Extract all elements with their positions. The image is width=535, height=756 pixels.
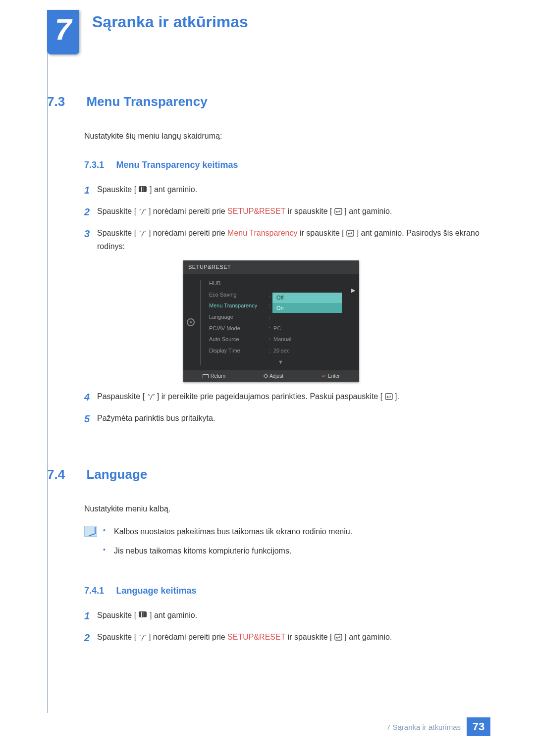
step-text: ir spauskite [ [300,229,344,237]
osd-return-hint: Return [203,372,225,380]
step-3: 3 Spauskite [ ˄/˅ ] norėdami pereiti pri… [84,225,490,253]
osd-row-language: Language: [202,311,359,323]
step-text: Pažymėta parinktis bus pritaikyta. [97,410,490,427]
note-list: Kalbos nuostatos pakeitimas bus taikomas… [103,525,352,563]
subsection-title: Language keitimas [116,586,196,596]
step-text: Paspauskite [ [97,392,145,401]
step-5: 5 Pažymėta parinktis bus pritaikyta. [84,410,490,427]
page: 7 Sąranka ir atkūrimas 7.3 Menu Transpar… [0,0,535,756]
osd-enter-hint: ↵Enter [322,372,340,380]
step-1: 1 Spauskite [ ] ant gaminio. [84,182,490,199]
subsection-number: 7.4.1 [84,583,114,599]
step-text: ir spauskite [ [288,207,332,215]
step-number: 3 [84,225,97,253]
osd-guide-line [200,280,201,366]
osd-menu-list: ▶ HUB Eco Saving:Off Menu Transparency: [198,274,359,371]
osd-option-off: Off [272,293,342,303]
menu-icon [139,611,148,618]
osd-value: PC [273,324,281,333]
osd-adjust-hint: Adjust [264,372,283,380]
osd-label: Eco Saving [209,290,268,300]
step-text: ] ant gaminio. [150,185,197,194]
footer-text: 7 Sąranka ir atkūrimas [386,723,461,731]
step-text: ] ant gaminio. [344,207,392,215]
step-2: 2 Spauskite [ ˄/˅ ] norėdami pereiti pri… [84,203,490,220]
osd-label: Display Time [209,346,268,355]
step-number: 4 [84,389,97,405]
step-text: Spauskite [ [97,207,136,215]
arrow-down-icon: ▼ [202,357,359,367]
step-number: 2 [84,203,97,220]
highlight-text: Menu Transparency [227,229,297,237]
step-number: 1 [84,182,97,199]
section-title: Menu Transparency [86,94,207,109]
section-intro: Nustatykite šių meniu langų skaidrumą: [84,129,490,143]
adjust-icon [264,374,268,379]
osd-screenshot: SETUP&RESET ▶ HUB Eco Saving:Off [183,260,359,382]
osd-dropdown: Off On [272,293,342,313]
step-number: 5 [84,410,97,427]
note-block: Kalbos nuostatos pakeitimas bus taikomas… [84,525,490,563]
osd-value: Manual [273,335,291,344]
enter-icon [334,631,342,638]
subsection-7-3-1-heading: 7.3.1 Menu Transparency keitimas [84,157,490,173]
step-number: 1 [84,607,97,624]
highlight-text: SETUP&RESET [227,207,285,215]
osd-label: HUB [209,279,268,288]
page-footer: 7 Sąranka ir atkūrimas 73 [386,717,490,736]
step-text: Spauskite [ [97,611,136,619]
section-intro: Nustatykite meniu kalbą. [84,502,490,515]
osd-label: Language [209,312,268,322]
svg-rect-0 [335,208,342,214]
step-text: ] norėdami pereiti prie [149,229,227,237]
enter-icon: ↵ [322,372,326,380]
osd-row-pcav: PC/AV Mode:PC [202,323,359,334]
subsection-7-4-1-heading: 7.4.1 Language keitimas [84,583,490,599]
step-number: 2 [84,629,97,646]
enter-icon [346,227,354,234]
section-title: Language [86,467,147,482]
chapter-title: Sąranka ir atkūrimas [92,13,248,31]
section-number: 7.4 [47,467,84,482]
chapter-number-badge: 7 [47,10,79,54]
osd-label: Menu Transparency [209,301,268,310]
svg-rect-3 [335,634,342,640]
step-text: Spauskite [ [97,633,136,641]
section-number: 7.3 [47,94,84,109]
step-text: Spauskite [ [97,229,136,237]
osd-title: SETUP&RESET [183,260,359,274]
osd-footer: Return Adjust ↵Enter [183,370,359,382]
step-text: ir spauskite [ [288,633,332,641]
subsection-number: 7.3.1 [84,157,114,173]
gear-icon [187,318,195,326]
step-text: ] norėdami pereiti prie [149,633,227,641]
menu-icon [139,186,148,193]
nav-updown-icon: ˄/˅ [139,634,147,641]
note-item: Kalbos nuostatos pakeitimas bus taikomas… [103,525,352,538]
step-4: 4 Paspauskite [ ˄/˅ ] ir pereikite prie … [84,389,490,405]
subsection-title: Menu Transparency keitimas [116,160,238,170]
step-text: ] norėdami pereiti prie [149,207,227,215]
step-text: ] ant gaminio. [150,611,197,619]
enter-icon [385,391,393,398]
page-number: 73 [467,717,490,736]
step-text: ] ir pereikite prie pageidaujamos parink… [157,392,382,401]
menu-icon [203,374,209,378]
content-area: 7.3 Menu Transparency Nustatykite šių me… [47,94,490,651]
note-icon [84,526,97,537]
step-2: 2 Spauskite [ ˄/˅ ] norėdami pereiti pri… [84,629,490,646]
svg-rect-1 [347,230,354,236]
nav-updown-icon: ˄/˅ [139,208,147,215]
osd-label: PC/AV Mode [209,324,268,333]
osd-row-autosource: Auto Source:Manual [202,334,359,345]
step-1: 1 Spauskite [ ] ant gaminio. [84,607,490,624]
osd-sidebar [183,274,198,371]
section-7-3: 7.3 Menu Transparency Nustatykite šių me… [47,94,490,427]
osd-label: Auto Source [209,335,268,344]
osd-option-on: On [272,303,342,313]
osd-value: 20 sec [273,346,289,355]
osd-row-hub: HUB [202,278,359,289]
section-7-4: 7.4 Language Nustatykite meniu kalbą. Ka… [47,467,490,646]
highlight-text: SETUP&RESET [227,633,285,641]
osd-row-displaytime: Display Time:20 sec [202,345,359,356]
